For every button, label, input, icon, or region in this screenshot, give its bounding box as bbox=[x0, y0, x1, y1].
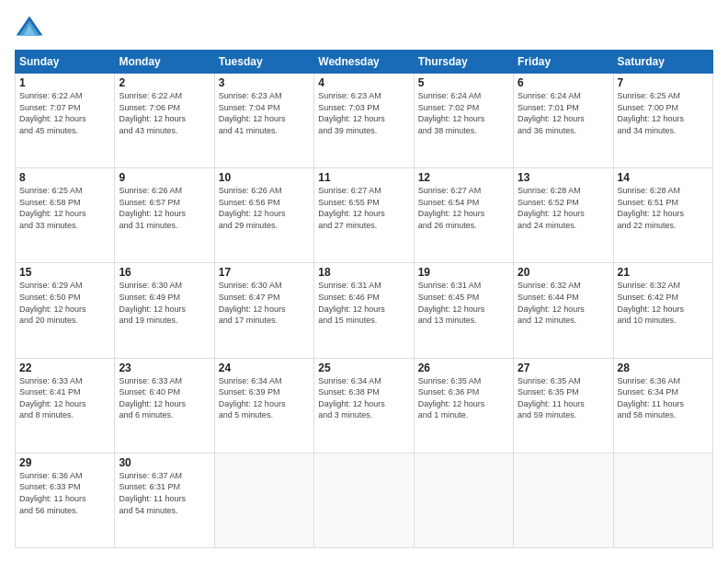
day-number: 13 bbox=[518, 171, 609, 184]
cell-info: Sunrise: 6:35 AM Sunset: 6:36 PM Dayligh… bbox=[418, 375, 509, 421]
day-number: 14 bbox=[618, 171, 709, 184]
day-number: 29 bbox=[19, 456, 110, 469]
page: SundayMondayTuesdayWednesdayThursdayFrid… bbox=[0, 0, 728, 563]
day-cell bbox=[613, 453, 712, 547]
cell-info: Sunrise: 6:23 AM Sunset: 7:04 PM Dayligh… bbox=[219, 90, 310, 136]
day-cell bbox=[414, 453, 513, 547]
day-cell: 17Sunrise: 6:30 AM Sunset: 6:47 PM Dayli… bbox=[214, 263, 313, 358]
cell-info: Sunrise: 6:33 AM Sunset: 6:40 PM Dayligh… bbox=[119, 375, 210, 421]
day-number: 20 bbox=[518, 266, 609, 279]
day-number: 4 bbox=[318, 76, 409, 89]
calendar-table: SundayMondayTuesdayWednesdayThursdayFrid… bbox=[15, 50, 713, 548]
day-number: 11 bbox=[318, 171, 409, 184]
cell-info: Sunrise: 6:25 AM Sunset: 6:58 PM Dayligh… bbox=[19, 185, 110, 231]
day-cell: 4Sunrise: 6:23 AM Sunset: 7:03 PM Daylig… bbox=[314, 74, 414, 168]
day-cell: 27Sunrise: 6:35 AM Sunset: 6:35 PM Dayli… bbox=[514, 358, 613, 453]
day-number: 8 bbox=[19, 171, 110, 184]
cell-info: Sunrise: 6:31 AM Sunset: 6:45 PM Dayligh… bbox=[418, 280, 509, 326]
day-cell: 8Sunrise: 6:25 AM Sunset: 6:58 PM Daylig… bbox=[16, 168, 115, 263]
day-cell: 20Sunrise: 6:32 AM Sunset: 6:44 PM Dayli… bbox=[514, 263, 613, 358]
week-row-2: 15Sunrise: 6:29 AM Sunset: 6:50 PM Dayli… bbox=[16, 263, 713, 358]
day-cell: 28Sunrise: 6:36 AM Sunset: 6:34 PM Dayli… bbox=[613, 358, 712, 453]
cell-info: Sunrise: 6:28 AM Sunset: 6:51 PM Dayligh… bbox=[618, 185, 709, 231]
day-number: 25 bbox=[318, 362, 409, 374]
day-cell: 25Sunrise: 6:34 AM Sunset: 6:38 PM Dayli… bbox=[314, 358, 414, 453]
cell-info: Sunrise: 6:32 AM Sunset: 6:42 PM Dayligh… bbox=[618, 280, 709, 326]
day-cell: 2Sunrise: 6:22 AM Sunset: 7:06 PM Daylig… bbox=[115, 74, 214, 168]
day-number: 16 bbox=[119, 266, 210, 279]
day-cell: 19Sunrise: 6:31 AM Sunset: 6:45 PM Dayli… bbox=[414, 263, 513, 358]
cell-info: Sunrise: 6:34 AM Sunset: 6:38 PM Dayligh… bbox=[318, 375, 409, 421]
day-cell: 11Sunrise: 6:27 AM Sunset: 6:55 PM Dayli… bbox=[314, 168, 414, 263]
day-number: 15 bbox=[19, 266, 110, 279]
day-header-row: SundayMondayTuesdayWednesdayThursdayFrid… bbox=[16, 51, 713, 74]
day-cell bbox=[214, 453, 313, 547]
day-cell: 18Sunrise: 6:31 AM Sunset: 6:46 PM Dayli… bbox=[314, 263, 414, 358]
week-row-0: 1Sunrise: 6:22 AM Sunset: 7:07 PM Daylig… bbox=[16, 74, 713, 168]
logo-icon bbox=[15, 15, 44, 40]
cell-info: Sunrise: 6:30 AM Sunset: 6:47 PM Dayligh… bbox=[219, 280, 310, 326]
cell-info: Sunrise: 6:22 AM Sunset: 7:07 PM Dayligh… bbox=[19, 90, 110, 136]
day-cell: 5Sunrise: 6:24 AM Sunset: 7:02 PM Daylig… bbox=[414, 74, 513, 168]
cell-info: Sunrise: 6:35 AM Sunset: 6:35 PM Dayligh… bbox=[518, 375, 609, 421]
cell-info: Sunrise: 6:23 AM Sunset: 7:03 PM Dayligh… bbox=[318, 90, 409, 136]
day-number: 5 bbox=[418, 76, 509, 89]
day-number: 27 bbox=[518, 362, 609, 374]
day-cell: 15Sunrise: 6:29 AM Sunset: 6:50 PM Dayli… bbox=[16, 263, 115, 358]
day-cell: 10Sunrise: 6:26 AM Sunset: 6:56 PM Dayli… bbox=[214, 168, 313, 263]
day-cell: 6Sunrise: 6:24 AM Sunset: 7:01 PM Daylig… bbox=[514, 74, 613, 168]
cell-info: Sunrise: 6:27 AM Sunset: 6:54 PM Dayligh… bbox=[418, 185, 509, 231]
day-number: 12 bbox=[418, 171, 509, 184]
cell-info: Sunrise: 6:33 AM Sunset: 6:41 PM Dayligh… bbox=[19, 375, 110, 421]
day-cell: 3Sunrise: 6:23 AM Sunset: 7:04 PM Daylig… bbox=[214, 74, 313, 168]
day-cell: 30Sunrise: 6:37 AM Sunset: 6:31 PM Dayli… bbox=[115, 453, 214, 547]
cell-info: Sunrise: 6:26 AM Sunset: 6:57 PM Dayligh… bbox=[119, 185, 210, 231]
day-number: 30 bbox=[119, 456, 210, 469]
cell-info: Sunrise: 6:32 AM Sunset: 6:44 PM Dayligh… bbox=[518, 280, 609, 326]
cell-info: Sunrise: 6:26 AM Sunset: 6:56 PM Dayligh… bbox=[219, 185, 310, 231]
day-cell: 16Sunrise: 6:30 AM Sunset: 6:49 PM Dayli… bbox=[115, 263, 214, 358]
day-cell: 1Sunrise: 6:22 AM Sunset: 7:07 PM Daylig… bbox=[16, 74, 115, 168]
day-header-saturday: Saturday bbox=[613, 51, 712, 74]
cell-info: Sunrise: 6:24 AM Sunset: 7:01 PM Dayligh… bbox=[518, 90, 609, 136]
day-number: 6 bbox=[518, 76, 609, 89]
day-number: 19 bbox=[418, 266, 509, 279]
cell-info: Sunrise: 6:22 AM Sunset: 7:06 PM Dayligh… bbox=[119, 90, 210, 136]
logo bbox=[15, 15, 48, 40]
cell-info: Sunrise: 6:28 AM Sunset: 6:52 PM Dayligh… bbox=[518, 185, 609, 231]
cell-info: Sunrise: 6:30 AM Sunset: 6:49 PM Dayligh… bbox=[119, 280, 210, 326]
day-number: 26 bbox=[418, 362, 509, 374]
day-cell bbox=[514, 453, 613, 547]
day-header-monday: Monday bbox=[115, 51, 214, 74]
cell-info: Sunrise: 6:29 AM Sunset: 6:50 PM Dayligh… bbox=[19, 280, 110, 326]
day-header-friday: Friday bbox=[514, 51, 613, 74]
cell-info: Sunrise: 6:37 AM Sunset: 6:31 PM Dayligh… bbox=[119, 470, 210, 516]
day-cell: 23Sunrise: 6:33 AM Sunset: 6:40 PM Dayli… bbox=[115, 358, 214, 453]
cell-info: Sunrise: 6:27 AM Sunset: 6:55 PM Dayligh… bbox=[318, 185, 409, 231]
day-cell: 12Sunrise: 6:27 AM Sunset: 6:54 PM Dayli… bbox=[414, 168, 513, 263]
day-number: 24 bbox=[219, 362, 310, 374]
cell-info: Sunrise: 6:34 AM Sunset: 6:39 PM Dayligh… bbox=[219, 375, 310, 421]
week-row-3: 22Sunrise: 6:33 AM Sunset: 6:41 PM Dayli… bbox=[16, 358, 713, 453]
day-cell: 29Sunrise: 6:36 AM Sunset: 6:33 PM Dayli… bbox=[16, 453, 115, 547]
day-cell: 9Sunrise: 6:26 AM Sunset: 6:57 PM Daylig… bbox=[115, 168, 214, 263]
day-header-wednesday: Wednesday bbox=[314, 51, 414, 74]
day-number: 2 bbox=[119, 76, 210, 89]
day-number: 28 bbox=[618, 362, 709, 374]
day-cell: 26Sunrise: 6:35 AM Sunset: 6:36 PM Dayli… bbox=[414, 358, 513, 453]
cell-info: Sunrise: 6:31 AM Sunset: 6:46 PM Dayligh… bbox=[318, 280, 409, 326]
day-number: 7 bbox=[618, 76, 709, 89]
day-header-tuesday: Tuesday bbox=[214, 51, 313, 74]
cell-info: Sunrise: 6:24 AM Sunset: 7:02 PM Dayligh… bbox=[418, 90, 509, 136]
week-row-4: 29Sunrise: 6:36 AM Sunset: 6:33 PM Dayli… bbox=[16, 453, 713, 547]
day-header-thursday: Thursday bbox=[414, 51, 513, 74]
day-number: 9 bbox=[119, 171, 210, 184]
day-number: 22 bbox=[19, 362, 110, 374]
day-cell: 24Sunrise: 6:34 AM Sunset: 6:39 PM Dayli… bbox=[214, 358, 313, 453]
day-cell bbox=[314, 453, 414, 547]
cell-info: Sunrise: 6:36 AM Sunset: 6:34 PM Dayligh… bbox=[618, 375, 709, 421]
day-number: 3 bbox=[219, 76, 310, 89]
day-number: 18 bbox=[318, 266, 409, 279]
day-cell: 7Sunrise: 6:25 AM Sunset: 7:00 PM Daylig… bbox=[613, 74, 712, 168]
day-number: 23 bbox=[119, 362, 210, 374]
